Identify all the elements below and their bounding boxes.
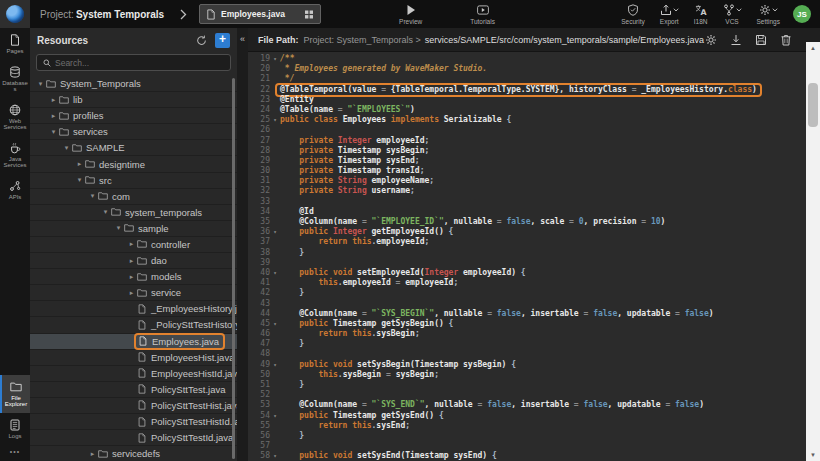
rail-overflow-button[interactable]: ••• <box>0 444 30 461</box>
arrow-closed-icon[interactable]: ▸ <box>127 257 136 265</box>
code-line-22[interactable]: 22@TableTemporal(value = {TableTemporal.… <box>248 85 820 95</box>
tree-folder-sample[interactable]: ▾SAMPLE <box>30 140 237 156</box>
code-line-34[interactable]: 34 @Id <box>248 207 820 217</box>
code-line-23[interactable]: 23@Entity <box>248 95 820 105</box>
code-line-51[interactable]: 51 } <box>248 380 820 390</box>
arrow-open-icon[interactable]: ▾ <box>49 128 58 136</box>
editor-scrollbar[interactable]: ▲ ▼ <box>806 42 820 461</box>
fold-arrow-icon[interactable]: ▾ <box>270 54 280 64</box>
code-line-55[interactable]: 55 return this.sysEnd; <box>248 421 820 431</box>
search-input[interactable] <box>55 58 224 68</box>
rail-item-java-services[interactable]: Java Services <box>0 136 30 174</box>
code-line-41[interactable]: 41 this.employeeId = employeeId; <box>248 278 820 288</box>
code-editor[interactable]: 19▾/**20 * Employees generated by WaveMa… <box>248 52 820 461</box>
tree-folder-profiles[interactable]: ▸profiles <box>30 108 237 124</box>
code-line-40[interactable]: 40▾ public void setEmployeeId(Integer em… <box>248 268 820 278</box>
code-line-25[interactable]: 25▾public class Employees implements Ser… <box>248 115 820 125</box>
code-line-37[interactable]: 37 return this.employeeId; <box>248 237 820 247</box>
fold-arrow-icon[interactable]: ▾ <box>270 411 280 421</box>
fold-arrow-icon[interactable]: ▾ <box>270 451 280 461</box>
arrow-open-icon[interactable]: ▾ <box>75 176 84 184</box>
code-line-28[interactable]: 28 private Timestamp sysBegin; <box>248 146 820 156</box>
vcs-button[interactable]: VCS <box>723 3 742 25</box>
tree-folder-designtime[interactable]: ▸designtime <box>30 156 237 172</box>
code-line-45[interactable]: 45▾ public Timestamp getSysBegin() { <box>248 319 820 329</box>
add-resource-button[interactable]: + <box>215 33 230 48</box>
tree-folder-service[interactable]: ▸service <box>30 285 237 301</box>
export-button[interactable]: Export <box>660 3 679 25</box>
code-line-29[interactable]: 29 private Timestamp sysEnd; <box>248 156 820 166</box>
open-file-tab[interactable]: Employees.java <box>199 4 321 24</box>
tree-folder-controller[interactable]: ▸controller <box>30 237 237 253</box>
tree-folder-sample[interactable]: ▾sample <box>30 221 237 237</box>
tree-file-policystttest-java[interactable]: PolicySttTest.java <box>30 382 237 398</box>
tree-folder-models[interactable]: ▸models <box>30 269 237 285</box>
settings-button[interactable]: Settings <box>757 3 781 25</box>
code-line-27[interactable]: 27 private Integer employeeId; <box>248 136 820 146</box>
home-button[interactable] <box>0 0 30 28</box>
rail-item-web-services[interactable]: Web Services <box>0 98 30 136</box>
scroll-up-arrow-icon[interactable]: ▲ <box>806 44 820 52</box>
tree-file-policystttesthist-java[interactable]: PolicySttTestHist.java <box>30 398 237 414</box>
tree-folder-com[interactable]: ▾com <box>30 189 237 205</box>
code-line-35[interactable]: 35 @Column(name = "`EMPLOYEE_ID`", nulla… <box>248 217 820 227</box>
arrow-closed-icon[interactable]: ▸ <box>75 160 84 168</box>
tree-file-employeeshist-java[interactable]: EmployeesHist.java <box>30 350 237 366</box>
code-line-20[interactable]: 20 * Employees generated by WaveMaker St… <box>248 64 820 74</box>
fold-arrow-icon[interactable]: ▾ <box>270 360 280 370</box>
tutorials-button[interactable]: Tutorials <box>470 4 495 25</box>
code-line-53[interactable]: 53 @Column(name = "`SYS_END`", nullable … <box>248 400 820 410</box>
code-line-42[interactable]: 42 } <box>248 288 820 298</box>
tree-folder-servicedefs[interactable]: ▸servicedefs <box>30 446 237 461</box>
tree-file-employeeshistid-java[interactable]: EmployeesHistId.java <box>30 366 237 382</box>
tree-folder-system-temporals[interactable]: ▾System_Temporals <box>30 76 237 92</box>
code-line-38[interactable]: 38 } <box>248 248 820 258</box>
arrow-open-icon[interactable]: ▾ <box>114 224 123 232</box>
code-line-49[interactable]: 49▾ public void setSysBegin(Timestamp sy… <box>248 360 820 370</box>
arrow-closed-icon[interactable]: ▸ <box>49 96 58 104</box>
download-icon[interactable] <box>730 34 742 46</box>
tree-file-policystttestid-java[interactable]: PolicySttTestId.java <box>30 430 237 446</box>
save-icon[interactable] <box>755 34 767 46</box>
tree-scrollbar-thumb[interactable] <box>232 78 235 459</box>
fold-arrow-icon[interactable]: ▾ <box>270 115 280 125</box>
code-line-43[interactable]: 43 <box>248 299 820 309</box>
preview-button[interactable]: Preview <box>399 4 422 25</box>
code-line-19[interactable]: 19▾/** <box>248 54 820 64</box>
tree-folder-dao[interactable]: ▸dao <box>30 253 237 269</box>
scrollbar-thumb[interactable] <box>808 83 818 127</box>
fold-arrow-icon[interactable]: ▾ <box>270 319 280 329</box>
rail-item-databases[interactable]: Databases <box>0 60 30 98</box>
file-settings-icon[interactable] <box>705 34 717 46</box>
rail-item-apis[interactable]: APIs <box>0 174 30 206</box>
code-line-26[interactable]: 26 <box>248 125 820 135</box>
collapse-panel-button[interactable]: « <box>238 35 247 44</box>
arrow-open-icon[interactable]: ▾ <box>36 80 45 88</box>
code-line-33[interactable]: 33 <box>248 197 820 207</box>
rail-item-file-explorer[interactable]: File Explorer <box>0 375 30 413</box>
tree-file-policystttesthistid-java[interactable]: PolicySttTestHistId.java <box>30 414 237 430</box>
code-line-46[interactable]: 46 return this.sysBegin; <box>248 329 820 339</box>
code-line-54[interactable]: 54▾ public Timestamp getSysEnd() { <box>248 411 820 421</box>
tree-folder-lib[interactable]: ▸lib <box>30 92 237 108</box>
arrow-closed-icon[interactable]: ▸ <box>127 240 136 248</box>
code-line-57[interactable]: 57 <box>248 441 820 451</box>
rail-item-logs[interactable]: Logs <box>0 413 30 445</box>
code-line-52[interactable]: 52 <box>248 390 820 400</box>
arrow-closed-icon[interactable]: ▸ <box>88 450 97 458</box>
arrow-closed-icon[interactable]: ▸ <box>127 273 136 281</box>
tree-file-employees-java[interactable]: Employees.java <box>30 334 237 350</box>
arrow-closed-icon[interactable]: ▸ <box>49 112 58 120</box>
arrow-open-icon[interactable]: ▾ <box>88 192 97 200</box>
scroll-down-arrow-icon[interactable]: ▼ <box>806 451 820 459</box>
tree-file-employeeshistory-java[interactable]: _EmployeesHistory.java <box>30 301 237 317</box>
tree-folder-system-temporals[interactable]: ▾system_temporals <box>30 205 237 221</box>
code-line-24[interactable]: 24@Table(name = "`EMPLOYEES`") <box>248 105 820 115</box>
tree-folder-src[interactable]: ▾src <box>30 173 237 189</box>
tree-file-policystttesthistory-java[interactable]: _PolicySttTestHistory.java <box>30 317 237 333</box>
rail-item-pages[interactable]: Pages <box>0 28 30 60</box>
code-line-56[interactable]: 56 } <box>248 431 820 441</box>
delete-icon[interactable] <box>780 34 792 46</box>
fold-arrow-icon[interactable]: ▾ <box>270 227 280 237</box>
code-line-31[interactable]: 31 private String employeeName; <box>248 176 820 186</box>
